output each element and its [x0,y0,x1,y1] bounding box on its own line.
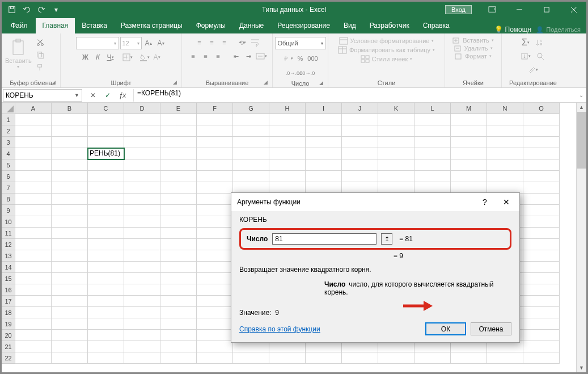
ribbon-options-icon[interactable] [480,2,505,18]
cell[interactable] [88,307,124,318]
cell[interactable] [306,148,342,159]
cell[interactable] [306,159,342,171]
column-header[interactable]: I [306,103,342,114]
decrease-indent-icon[interactable]: ⇤ [231,51,242,62]
row-header[interactable]: 13 [2,250,15,262]
cell[interactable] [523,352,560,364]
cell[interactable] [197,159,233,171]
cell[interactable] [15,228,52,239]
format-as-table-button[interactable]: Форматировать как таблицу▾ [338,46,435,54]
cell[interactable] [523,239,560,250]
cell[interactable] [52,148,88,159]
cell[interactable] [451,182,487,194]
cell[interactable] [15,330,52,341]
column-header[interactable]: K [378,103,414,114]
tab-formulas[interactable]: Формулы [189,18,232,33]
row-header[interactable]: 21 [2,341,15,352]
cell[interactable] [88,216,124,228]
login-button[interactable]: Вход [445,5,472,14]
row-header[interactable]: 20 [2,330,15,341]
cell[interactable] [15,296,52,307]
formula-input[interactable]: =КОРЕНЬ(81) [133,89,576,102]
cell[interactable] [15,148,52,159]
cell[interactable] [160,137,197,148]
cell[interactable] [15,250,52,262]
cell[interactable] [451,148,487,159]
cell[interactable] [15,307,52,318]
cell[interactable] [15,125,52,137]
tab-home[interactable]: Главная [36,18,75,33]
cell[interactable] [88,114,124,125]
align-bottom-icon[interactable]: ≡ [219,37,230,48]
tab-view[interactable]: Вид [337,18,363,33]
cell[interactable] [88,250,124,262]
enter-formula-icon[interactable]: ✓ [101,90,114,101]
merge-cells-icon[interactable]: ▾ [256,51,267,62]
cell[interactable] [378,159,414,171]
align-right-icon[interactable]: ≡ [213,51,224,62]
cell[interactable] [306,341,342,352]
cell[interactable] [160,205,197,216]
cell[interactable] [124,330,160,341]
cell[interactable] [487,148,523,159]
cell[interactable] [378,352,414,364]
cell[interactable] [306,125,342,137]
row-header[interactable]: 11 [2,228,15,239]
cell[interactable] [124,250,160,262]
cell[interactable] [197,250,233,262]
cell[interactable] [523,194,560,205]
cell[interactable] [52,194,88,205]
cell[interactable] [269,341,306,352]
cell[interactable] [124,228,160,239]
italic-button[interactable]: К [92,52,104,63]
cell[interactable] [88,318,124,330]
cell[interactable] [124,182,160,194]
ok-button[interactable]: ОК [425,322,466,335]
conditional-formatting-button[interactable]: Условное форматирование▾ [339,37,434,45]
cell[interactable] [451,171,487,182]
cell[interactable] [414,159,451,171]
cell[interactable] [160,296,197,307]
cell[interactable] [160,125,197,137]
cell[interactable] [378,182,414,194]
increase-font-icon[interactable]: A▴ [143,37,154,49]
border-icon[interactable]: ▾ [122,52,133,63]
cell[interactable] [487,114,523,125]
cell[interactable] [197,284,233,296]
cell[interactable] [233,182,269,194]
dialog-launcher-icon[interactable]: ◢ [171,79,178,86]
column-header[interactable]: F [197,103,233,114]
column-header[interactable]: O [523,103,560,114]
cell[interactable] [124,296,160,307]
tab-insert[interactable]: Вставка [75,18,114,33]
cell[interactable] [451,159,487,171]
cell[interactable] [523,341,560,352]
cell[interactable] [52,250,88,262]
cell[interactable] [160,228,197,239]
row-header[interactable]: 9 [2,205,15,216]
dialog-close-icon[interactable]: ✕ [499,196,514,208]
cell[interactable] [197,148,233,159]
cell[interactable] [523,137,560,148]
cell[interactable] [306,352,342,364]
row-header[interactable]: 15 [2,273,15,284]
cell[interactable] [15,171,52,182]
cell[interactable] [487,182,523,194]
font-color-icon[interactable]: A▾ [151,52,163,63]
cell[interactable] [378,171,414,182]
cell[interactable] [197,182,233,194]
column-header[interactable]: N [487,103,523,114]
cell[interactable] [487,341,523,352]
cell[interactable] [523,114,560,125]
comma-icon[interactable]: 000 [307,53,319,64]
redo-icon[interactable] [35,3,48,16]
cell[interactable] [523,228,560,239]
cell[interactable] [197,137,233,148]
cell[interactable] [88,228,124,239]
cell[interactable] [15,239,52,250]
currency-icon[interactable]: ₽▾ [282,53,294,64]
cell[interactable] [88,262,124,273]
cell[interactable] [233,159,269,171]
cell[interactable] [15,205,52,216]
cell[interactable] [342,159,378,171]
